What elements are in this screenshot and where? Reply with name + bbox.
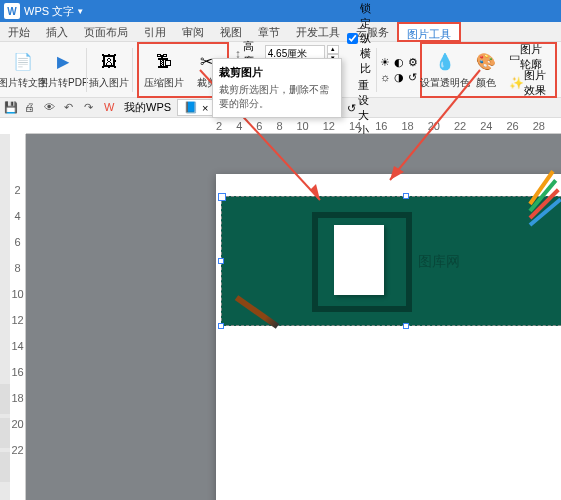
brightness-icon[interactable]: ☀ bbox=[380, 56, 390, 69]
image-icon: 🖼 bbox=[97, 50, 121, 74]
side-tab-2[interactable] bbox=[0, 418, 10, 448]
insert-pic-button[interactable]: 🖼插入图片 bbox=[90, 45, 128, 95]
wps-logo-icon[interactable]: W bbox=[104, 101, 118, 115]
outline-icon: ▭ bbox=[509, 49, 520, 65]
undo-icon[interactable]: ↶ bbox=[64, 101, 78, 115]
side-tab-3[interactable] bbox=[0, 452, 10, 482]
pic-effect-button[interactable]: ✨图片效果 bbox=[505, 71, 554, 95]
effect-icon: ✨ bbox=[509, 75, 524, 91]
brush-decoration bbox=[235, 295, 279, 329]
compress-pic-button[interactable]: 🗜压缩图片 bbox=[140, 45, 188, 95]
pencils-decoration bbox=[530, 197, 561, 237]
vertical-ruler[interactable]: 246810121416182022 bbox=[10, 134, 26, 500]
contrast-icon[interactable]: ◐ bbox=[394, 56, 404, 69]
tab-picture-tools[interactable]: 图片工具 bbox=[397, 22, 461, 42]
app-title: WPS 文字 bbox=[24, 4, 74, 19]
pic-to-pdf-button[interactable]: ▶图片转PDF bbox=[44, 45, 82, 95]
annotation-arrow-2 bbox=[390, 70, 510, 192]
doc-icon: 📘 bbox=[184, 101, 198, 114]
lock-group: 锁定纵横比 ↺重设大小 bbox=[347, 1, 372, 138]
tab-insert[interactable]: 插入 bbox=[38, 22, 76, 42]
svg-marker-3 bbox=[390, 166, 404, 180]
tab-start[interactable]: 开始 bbox=[0, 22, 38, 42]
app-logo: W bbox=[4, 3, 20, 19]
tab-reference[interactable]: 引用 bbox=[136, 22, 174, 42]
adjust-icon[interactable]: ⚙ bbox=[408, 56, 418, 69]
reset-icon: ↺ bbox=[347, 102, 356, 115]
preview-icon[interactable]: 👁 bbox=[44, 101, 58, 115]
tooltip-title: 裁剪图片 bbox=[219, 65, 335, 80]
save-icon[interactable]: 💾 bbox=[4, 101, 18, 115]
watermark-text: 图库网 bbox=[418, 253, 460, 271]
tooltip-body: 裁剪所选图片，删除不需要的部分。 bbox=[219, 83, 335, 111]
brightness-down-icon[interactable]: ☼ bbox=[380, 71, 390, 84]
lock-ratio-label: 锁定纵横比 bbox=[360, 1, 372, 76]
my-wps-link[interactable]: 我的WPS bbox=[124, 100, 171, 115]
pdf-icon: ▶ bbox=[51, 50, 75, 74]
tab-layout[interactable]: 页面布局 bbox=[76, 22, 136, 42]
side-tab-1[interactable] bbox=[0, 384, 10, 414]
text-icon: 📄 bbox=[11, 50, 35, 74]
lock-ratio-checkbox[interactable] bbox=[347, 33, 358, 44]
redo-icon[interactable]: ↷ bbox=[84, 101, 98, 115]
compress-icon: 🗜 bbox=[152, 50, 176, 74]
print-icon[interactable]: 🖨 bbox=[24, 101, 38, 115]
title-bar: W WPS 文字 ▼ bbox=[0, 0, 561, 22]
selected-image[interactable]: 图库网 50% bbox=[221, 196, 561, 326]
white-paper bbox=[334, 225, 384, 295]
svg-line-2 bbox=[390, 70, 480, 180]
tab-review[interactable]: 审阅 bbox=[174, 22, 212, 42]
side-tabs bbox=[0, 134, 10, 500]
pic-to-text-button[interactable]: 📄图片转文字 bbox=[4, 45, 42, 95]
pic-outline-button[interactable]: ▭图片轮廓 bbox=[505, 45, 554, 69]
title-dropdown-icon[interactable]: ▼ bbox=[76, 7, 84, 16]
crop-tooltip: 裁剪图片 裁剪所选图片，删除不需要的部分。 bbox=[212, 58, 342, 118]
height-up[interactable]: ▲ bbox=[327, 45, 339, 54]
